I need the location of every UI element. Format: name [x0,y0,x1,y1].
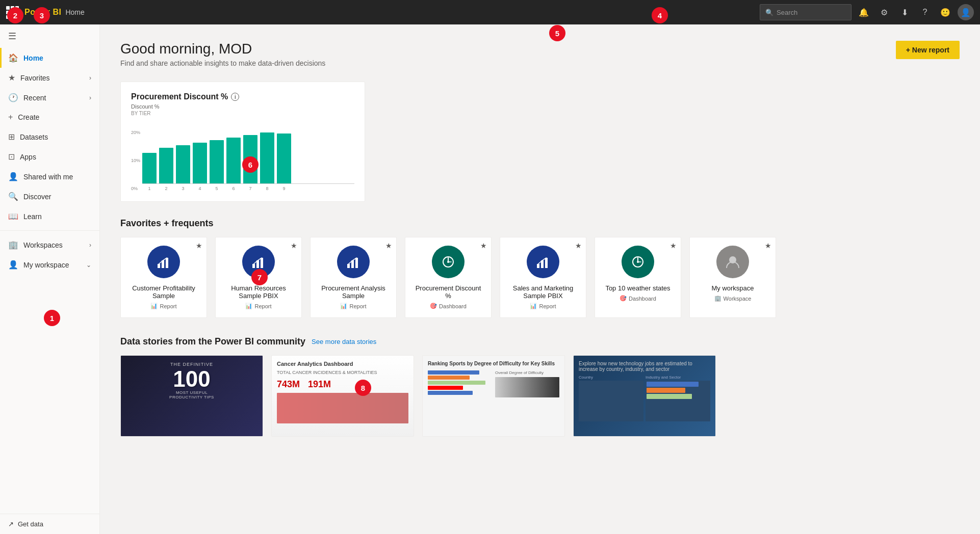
sidebar-item-create[interactable]: + Create [0,108,99,127]
chart-bar[interactable] [260,132,274,183]
fav-card-procurement-discount[interactable]: ★ Procurement Discount %🎯 Dashboard [405,237,492,318]
download-icon[interactable]: ⬇ [896,4,913,20]
notifications-icon[interactable]: 🔔 [856,4,872,20]
sidebar-item-datasets[interactable]: ⊞ Datasets [0,127,99,147]
favorite-star-icon[interactable]: ★ [670,242,677,250]
favorite-star-icon[interactable]: ★ [575,242,582,250]
x-axis-label: 8 [260,186,274,191]
get-data-icon: ↗ [8,520,14,528]
chart-bar[interactable] [277,134,291,183]
chart-bar[interactable] [193,143,207,183]
sidebar-item-label-home: Home [23,54,43,62]
sidebar-item-label-apps: Apps [20,153,36,161]
search-icon: 🔍 [765,9,773,16]
settings-icon[interactable]: ⚙ [876,4,892,20]
fav-icon-circle [527,246,559,278]
bars-container [142,122,354,183]
sidebar-item-my-workspace[interactable]: 👤 My workspace ⌄ [0,255,99,275]
chart-bar[interactable] [142,153,157,183]
favorite-star-icon[interactable]: ★ [291,242,297,250]
fav-icon-circle [432,246,465,278]
favorite-star-icon[interactable]: ★ [196,242,202,250]
emoji-icon[interactable]: 🙂 [937,4,953,20]
recent-icon: 🕐 [8,93,18,102]
sidebar-item-shared[interactable]: 👤 Shared with me [0,167,99,186]
fav-item-type: 🎯 Dashboard [620,295,656,302]
type-icon: 📊 [245,303,252,309]
chart-by-tier: BY TIER [131,111,354,116]
svg-rect-11 [537,264,539,268]
favorites-section: Favorites + frequents ★ Customer Profita… [120,218,960,318]
discover-icon: 🔍 [8,192,18,201]
x-axis-label: 6 [226,186,241,191]
info-icon[interactable]: i [231,93,239,101]
topbar-home-label[interactable]: Home [65,8,84,16]
search-box[interactable]: 🔍 [760,4,852,20]
x-axis-label: 3 [176,186,190,191]
fav-card-sales-marketing[interactable]: ★ Sales and Marketing Sample PBIX📊 Repor… [500,237,586,318]
fav-card-procurement-analysis[interactable]: ★ Procurement Analysis Sample📊 Report [310,237,397,318]
fav-icon-circle [337,246,370,278]
type-icon: 📊 [340,303,347,309]
get-data-button[interactable]: ↗ Get data [0,514,99,534]
bar-chart-wrapper: 20% 10% 0% 123456789 [131,122,354,191]
svg-rect-6 [347,264,350,268]
brand-logo: Power BI [24,8,61,17]
y-label-0: 0% [131,186,140,191]
chevron-right-icon: › [89,74,91,82]
svg-rect-13 [545,258,548,268]
greeting-title: Good morning, MOD [120,41,325,57]
chart-y-axis: 20% 10% 0% [131,130,140,191]
story-card-story-100[interactable]: THE DEFINITIVE 100 MOST USEFUL PRODUCTIV… [120,355,263,437]
search-input[interactable] [777,9,846,16]
sidebar-item-favorites[interactable]: ★ Favorites › [0,68,99,88]
sidebar-toggle-button[interactable]: ☰ [0,24,99,48]
favorite-star-icon[interactable]: ★ [480,242,487,250]
x-axis-label: 7 [243,186,257,191]
sidebar-item-discover[interactable]: 🔍 Discover [0,186,99,206]
type-icon: 🏢 [714,295,721,302]
chart-bar[interactable] [159,148,173,183]
sidebar-item-learn[interactable]: 📖 Learn [0,206,99,226]
x-axis-label: 9 [277,186,291,191]
chart-bar[interactable] [226,138,241,183]
favorite-star-icon[interactable]: ★ [765,242,771,250]
grid-menu-icon[interactable] [6,6,18,18]
svg-rect-5 [261,258,263,268]
see-more-link[interactable]: See more data stories [312,338,376,345]
fav-card-human-resources[interactable]: ★ Human Resources Sample PBIX📊 Report [215,237,302,318]
chart-bar[interactable] [210,140,224,183]
favorites-grid: ★ Customer Profitability Sample📊 Report★… [120,237,960,318]
story-card-story-sports[interactable]: Ranking Sports by Degree of Difficulty f… [422,355,565,437]
story-card-story-cancer[interactable]: Cancer Analytics Dashboard TOTAL CANCER … [271,355,414,437]
stories-header: Data stories from the Power BI community… [120,336,960,347]
chart-x-axis-line [142,183,354,184]
user-avatar[interactable]: 👤 [958,4,974,20]
help-icon[interactable]: ? [917,4,933,20]
type-icon: 📊 [530,303,537,309]
sidebar-item-workspaces[interactable]: 🏢 Workspaces › [0,235,99,255]
sidebar-item-recent[interactable]: 🕐 Recent › [0,88,99,108]
type-icon: 📊 [150,303,158,309]
bar-chart-area: 123456789 [142,122,354,191]
workspaces-icon: 🏢 [8,240,18,250]
shared-icon: 👤 [8,172,18,181]
sidebar-item-label-my-workspace: My workspace [23,261,69,269]
type-icon: 🎯 [620,295,627,302]
fav-item-type: 📊 Report [340,303,366,309]
fav-item-type: 📊 Report [530,303,556,309]
sidebar-item-apps[interactable]: ⊡ Apps [0,147,99,167]
sidebar-item-home[interactable]: 🏠 Home [0,48,99,68]
fav-card-my-workspace-card[interactable]: ★ My workspace🏢 Workspace [689,237,776,318]
favorite-star-icon[interactable]: ★ [385,242,392,250]
chart-bar[interactable] [176,145,190,183]
datasets-icon: ⊞ [8,132,15,142]
fav-card-customer-profitability[interactable]: ★ Customer Profitability Sample📊 Report [120,237,207,318]
new-report-button[interactable]: + New report [896,41,960,59]
svg-point-15 [637,261,639,263]
stories-section: Data stories from the Power BI community… [120,336,960,437]
chart-bar[interactable] [243,135,257,183]
fav-card-weather-states[interactable]: ★ Top 10 weather states🎯 Dashboard [595,237,681,318]
main-layout: ☰ 🏠 Home ★ Favorites › 🕐 Recent › + Crea… [0,24,980,534]
story-card-story-tech[interactable]: Explore how new technology jobs are esti… [573,355,716,437]
